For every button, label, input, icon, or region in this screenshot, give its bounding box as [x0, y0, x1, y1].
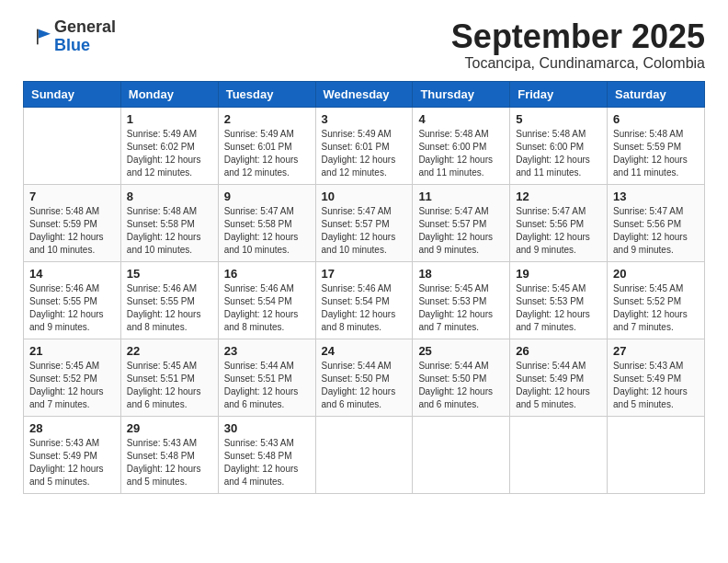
month-title: September 2025 [451, 18, 705, 55]
day-number: 1 [127, 112, 212, 126]
day-info: Sunrise: 5:48 AM Sunset: 6:00 PM Dayligh… [516, 128, 601, 179]
logo-general-text: General [54, 17, 116, 36]
header-sunday: Sunday [24, 81, 121, 107]
header: General Blue September 2025 Tocancipa, C… [23, 18, 705, 72]
calendar-week-row: 14Sunrise: 5:46 AM Sunset: 5:55 PM Dayli… [24, 261, 705, 339]
day-info: Sunrise: 5:46 AM Sunset: 5:55 PM Dayligh… [127, 282, 212, 334]
table-row: 14Sunrise: 5:46 AM Sunset: 5:55 PM Dayli… [24, 261, 121, 339]
logo-text: General Blue [54, 18, 116, 55]
table-row [315, 416, 413, 493]
day-info: Sunrise: 5:44 AM Sunset: 5:49 PM Dayligh… [516, 360, 601, 411]
header-tuesday: Tuesday [218, 81, 315, 107]
day-number: 10 [322, 190, 407, 203]
table-row [608, 416, 705, 493]
day-info: Sunrise: 5:47 AM Sunset: 5:56 PM Dayligh… [516, 205, 601, 257]
day-number: 21 [29, 344, 115, 358]
table-row: 13Sunrise: 5:47 AM Sunset: 5:56 PM Dayli… [608, 184, 705, 261]
table-row: 23Sunrise: 5:44 AM Sunset: 5:51 PM Dayli… [218, 339, 315, 416]
table-row: 27Sunrise: 5:43 AM Sunset: 5:49 PM Dayli… [608, 339, 705, 416]
day-info: Sunrise: 5:47 AM Sunset: 5:58 PM Dayligh… [224, 205, 310, 257]
day-number: 29 [127, 421, 212, 435]
day-number: 28 [29, 421, 115, 435]
table-row: 16Sunrise: 5:46 AM Sunset: 5:54 PM Dayli… [218, 261, 315, 339]
table-row: 2Sunrise: 5:49 AM Sunset: 6:01 PM Daylig… [218, 107, 315, 184]
day-info: Sunrise: 5:47 AM Sunset: 5:57 PM Dayligh… [418, 205, 504, 257]
day-number: 17 [322, 267, 407, 281]
header-friday: Friday [510, 81, 608, 107]
table-row: 8Sunrise: 5:48 AM Sunset: 5:58 PM Daylig… [120, 184, 218, 261]
table-row: 28Sunrise: 5:43 AM Sunset: 5:49 PM Dayli… [24, 416, 121, 493]
table-row: 7Sunrise: 5:48 AM Sunset: 5:59 PM Daylig… [24, 184, 121, 261]
day-info: Sunrise: 5:44 AM Sunset: 5:50 PM Dayligh… [418, 360, 504, 411]
header-wednesday: Wednesday [315, 81, 413, 107]
header-thursday: Thursday [413, 81, 510, 107]
table-row: 18Sunrise: 5:45 AM Sunset: 5:53 PM Dayli… [413, 261, 510, 339]
table-row [413, 416, 510, 493]
day-info: Sunrise: 5:46 AM Sunset: 5:54 PM Dayligh… [224, 282, 310, 334]
day-number: 19 [516, 267, 601, 281]
calendar-table: Sunday Monday Tuesday Wednesday Thursday… [23, 81, 705, 494]
day-info: Sunrise: 5:49 AM Sunset: 6:01 PM Dayligh… [322, 128, 407, 179]
day-number: 13 [613, 190, 699, 203]
calendar-week-row: 1Sunrise: 5:49 AM Sunset: 6:02 PM Daylig… [24, 107, 705, 184]
table-row: 17Sunrise: 5:46 AM Sunset: 5:54 PM Dayli… [315, 261, 413, 339]
table-row: 10Sunrise: 5:47 AM Sunset: 5:57 PM Dayli… [315, 184, 413, 261]
table-row: 12Sunrise: 5:47 AM Sunset: 5:56 PM Dayli… [510, 184, 608, 261]
day-number: 25 [418, 344, 504, 358]
table-row: 5Sunrise: 5:48 AM Sunset: 6:00 PM Daylig… [510, 107, 608, 184]
day-number: 2 [224, 112, 310, 126]
table-row [24, 107, 121, 184]
day-info: Sunrise: 5:45 AM Sunset: 5:52 PM Dayligh… [613, 282, 699, 334]
table-row: 3Sunrise: 5:49 AM Sunset: 6:01 PM Daylig… [315, 107, 413, 184]
day-info: Sunrise: 5:48 AM Sunset: 5:58 PM Dayligh… [127, 205, 212, 257]
table-row: 29Sunrise: 5:43 AM Sunset: 5:48 PM Dayli… [120, 416, 218, 493]
table-row: 22Sunrise: 5:45 AM Sunset: 5:51 PM Dayli… [120, 339, 218, 416]
calendar-week-row: 7Sunrise: 5:48 AM Sunset: 5:59 PM Daylig… [24, 184, 705, 261]
day-number: 11 [418, 190, 504, 203]
table-row: 11Sunrise: 5:47 AM Sunset: 5:57 PM Dayli… [413, 184, 510, 261]
day-info: Sunrise: 5:43 AM Sunset: 5:48 PM Dayligh… [127, 437, 212, 488]
day-number: 7 [29, 190, 115, 203]
day-info: Sunrise: 5:43 AM Sunset: 5:49 PM Dayligh… [29, 437, 115, 488]
logo-blue-text: Blue [54, 36, 90, 54]
day-info: Sunrise: 5:49 AM Sunset: 6:01 PM Dayligh… [224, 128, 310, 179]
day-number: 6 [613, 112, 699, 126]
day-number: 24 [322, 344, 407, 358]
day-number: 22 [127, 344, 212, 358]
day-info: Sunrise: 5:44 AM Sunset: 5:50 PM Dayligh… [322, 360, 407, 411]
table-row: 24Sunrise: 5:44 AM Sunset: 5:50 PM Dayli… [315, 339, 413, 416]
day-info: Sunrise: 5:47 AM Sunset: 5:56 PM Dayligh… [613, 205, 699, 257]
day-info: Sunrise: 5:46 AM Sunset: 5:55 PM Dayligh… [29, 282, 115, 334]
table-row: 15Sunrise: 5:46 AM Sunset: 5:55 PM Dayli… [120, 261, 218, 339]
day-number: 20 [613, 267, 699, 281]
calendar-week-row: 28Sunrise: 5:43 AM Sunset: 5:49 PM Dayli… [24, 416, 705, 493]
location-subtitle: Tocancipa, Cundinamarca, Colombia [451, 55, 705, 72]
table-row: 9Sunrise: 5:47 AM Sunset: 5:58 PM Daylig… [218, 184, 315, 261]
day-number: 4 [418, 112, 504, 126]
day-number: 26 [516, 344, 601, 358]
calendar-week-row: 21Sunrise: 5:45 AM Sunset: 5:52 PM Dayli… [24, 339, 705, 416]
title-area: September 2025 Tocancipa, Cundinamarca, … [451, 18, 705, 72]
day-info: Sunrise: 5:45 AM Sunset: 5:52 PM Dayligh… [29, 360, 115, 411]
svg-rect-2 [37, 29, 39, 44]
day-number: 5 [516, 112, 601, 126]
table-row: 21Sunrise: 5:45 AM Sunset: 5:52 PM Dayli… [24, 339, 121, 416]
day-info: Sunrise: 5:44 AM Sunset: 5:51 PM Dayligh… [224, 360, 310, 411]
day-info: Sunrise: 5:48 AM Sunset: 6:00 PM Dayligh… [418, 128, 504, 179]
day-number: 9 [224, 190, 310, 203]
day-info: Sunrise: 5:45 AM Sunset: 5:53 PM Dayligh… [516, 282, 601, 334]
table-row: 4Sunrise: 5:48 AM Sunset: 6:00 PM Daylig… [413, 107, 510, 184]
day-number: 30 [224, 421, 310, 435]
day-number: 15 [127, 267, 212, 281]
day-number: 18 [418, 267, 504, 281]
day-info: Sunrise: 5:48 AM Sunset: 5:59 PM Dayligh… [613, 128, 699, 179]
table-row: 6Sunrise: 5:48 AM Sunset: 5:59 PM Daylig… [608, 107, 705, 184]
day-info: Sunrise: 5:48 AM Sunset: 5:59 PM Dayligh… [29, 205, 115, 257]
table-row: 19Sunrise: 5:45 AM Sunset: 5:53 PM Dayli… [510, 261, 608, 339]
day-info: Sunrise: 5:43 AM Sunset: 5:49 PM Dayligh… [613, 360, 699, 411]
day-info: Sunrise: 5:46 AM Sunset: 5:54 PM Dayligh… [322, 282, 407, 334]
table-row [510, 416, 608, 493]
day-number: 12 [516, 190, 601, 203]
weekday-header-row: Sunday Monday Tuesday Wednesday Thursday… [24, 81, 705, 107]
day-info: Sunrise: 5:47 AM Sunset: 5:57 PM Dayligh… [322, 205, 407, 257]
